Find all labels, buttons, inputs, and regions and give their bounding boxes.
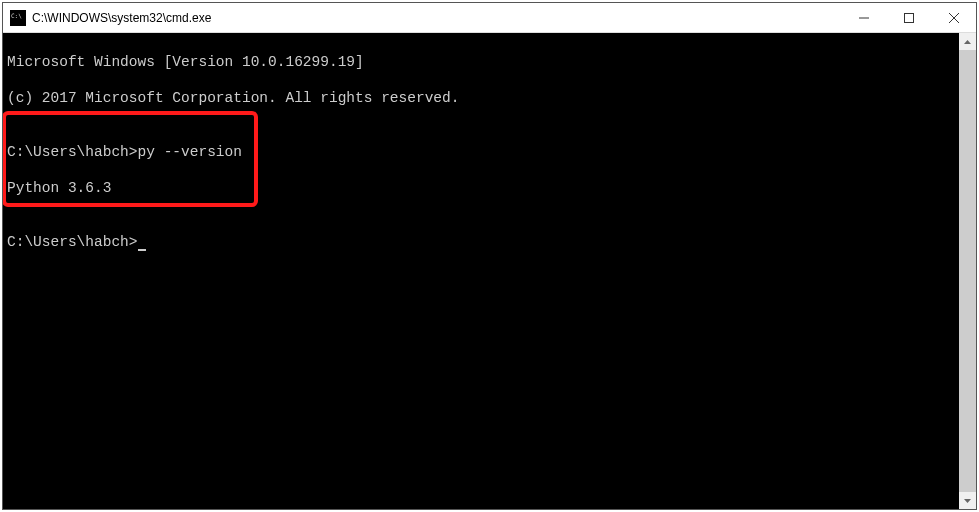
terminal-area: Microsoft Windows [Version 10.0.16299.19…	[3, 33, 976, 509]
cmd-icon	[10, 10, 26, 26]
cmd-window: C:\WINDOWS\system32\cmd.exe Microsoft Wi…	[2, 2, 977, 510]
scroll-track[interactable]	[959, 50, 976, 492]
terminal-line: (c) 2017 Microsoft Corporation. All righ…	[7, 89, 955, 107]
svg-rect-1	[904, 13, 913, 22]
scroll-up-button[interactable]	[959, 33, 976, 50]
svg-marker-4	[964, 40, 971, 44]
minimize-button[interactable]	[841, 3, 886, 32]
terminal-line: Python 3.6.3	[7, 179, 955, 197]
terminal-output[interactable]: Microsoft Windows [Version 10.0.16299.19…	[3, 33, 959, 509]
window-title: C:\WINDOWS\system32\cmd.exe	[32, 11, 841, 25]
maximize-button[interactable]	[886, 3, 931, 32]
minimize-icon	[859, 13, 869, 23]
vertical-scrollbar[interactable]	[959, 33, 976, 509]
svg-marker-5	[964, 499, 971, 503]
chevron-down-icon	[964, 499, 971, 503]
close-button[interactable]	[931, 3, 976, 32]
terminal-prompt: C:\Users\habch>	[7, 233, 955, 251]
maximize-icon	[904, 13, 914, 23]
cursor	[138, 236, 146, 251]
scroll-thumb[interactable]	[959, 50, 976, 492]
window-controls	[841, 3, 976, 32]
close-icon	[949, 13, 959, 23]
chevron-up-icon	[964, 40, 971, 44]
terminal-line: C:\Users\habch>py --version	[7, 143, 955, 161]
titlebar[interactable]: C:\WINDOWS\system32\cmd.exe	[3, 3, 976, 33]
terminal-line: Microsoft Windows [Version 10.0.16299.19…	[7, 53, 955, 71]
scroll-down-button[interactable]	[959, 492, 976, 509]
